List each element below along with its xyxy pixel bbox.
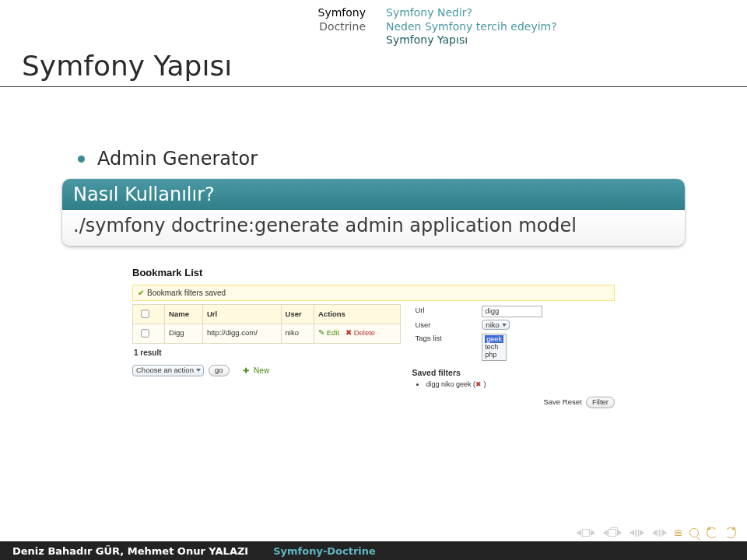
col-actions: Actions	[314, 305, 401, 324]
cell-user: niko	[281, 324, 314, 343]
result-count: 1 result	[132, 344, 401, 362]
nav-subsection[interactable]	[630, 530, 644, 537]
edit-link[interactable]: Edit	[327, 328, 339, 337]
subsection-column: Symfony Nedir? Neden Symfony tercih edey…	[386, 6, 557, 47]
filter-tags-label: Tags list	[412, 332, 479, 362]
tag-option[interactable]: tech	[485, 343, 498, 351]
slide-content: Admin Generator Nasıl Kullanılır? ./symf…	[62, 148, 685, 408]
section-column: Symfony Doctrine	[0, 6, 366, 47]
footer-authors: Deniz Bahadır GÜR, Mehmet Onur YALAZI	[0, 545, 261, 557]
nav-frame[interactable]	[603, 529, 622, 537]
example-body: ./symfony doctrine:generate admin applic…	[62, 210, 685, 246]
bullet-line: Admin Generator	[62, 148, 685, 170]
row-checkbox[interactable]	[141, 329, 149, 337]
col-name[interactable]: Name	[165, 305, 203, 324]
admin-heading: Bookmark List	[132, 266, 615, 280]
batch-actions: Choose an action go ✚ New	[132, 362, 401, 376]
tag-option-selected[interactable]: geek	[485, 335, 503, 343]
saved-filter-close: )	[482, 380, 486, 388]
admin-generator-screenshot: Bookmark List ✔ Bookmark filters saved N…	[132, 266, 615, 408]
admin-columns: Name Url User Actions Digg http://digg.c…	[132, 304, 615, 408]
search-icon[interactable]	[689, 528, 699, 537]
delete-link[interactable]: Delete	[354, 328, 375, 337]
delete-icon[interactable]: ✖	[345, 328, 352, 337]
back-icon[interactable]	[707, 527, 717, 538]
saved-filter-text: digg niko geek (	[426, 380, 475, 388]
cell-name: Digg	[165, 324, 203, 343]
filter-form: Url digg User niko Tags list geek	[412, 304, 615, 362]
example-title: Nasıl Kullanılır?	[62, 179, 685, 210]
list-column: Name Url User Actions Digg http://digg.c…	[132, 304, 401, 408]
filter-url-label: Url	[412, 304, 479, 319]
col-user[interactable]: User	[281, 305, 314, 324]
nav-slide[interactable]	[577, 529, 595, 537]
filter-column: Url digg User niko Tags list geek	[412, 304, 615, 408]
pencil-icon[interactable]: ✎	[318, 328, 324, 337]
cell-url[interactable]: http://digg.com/	[202, 324, 281, 343]
table-row: Digg http://digg.com/ niko ✎ Edit ✖ Dele…	[133, 324, 401, 343]
select-all-checkbox[interactable]	[141, 310, 149, 317]
filter-user-label: User	[412, 319, 479, 332]
filter-button[interactable]: Filter	[586, 397, 615, 408]
footer-title: Symfony-Doctrine	[261, 545, 388, 557]
subsection-link[interactable]: Symfony Nedir?	[386, 6, 557, 20]
save-link[interactable]: Save	[543, 397, 560, 406]
go-button[interactable]: go	[209, 365, 230, 376]
filter-url-input[interactable]: digg	[482, 306, 542, 317]
forward-icon[interactable]	[725, 527, 736, 538]
nav-appendix-icon[interactable]	[675, 530, 682, 536]
footer-bar: Deniz Bahadır GÜR, Mehmet Onur YALAZI Sy…	[0, 541, 747, 560]
tag-option[interactable]: php	[485, 351, 496, 359]
subsection-link[interactable]: Neden Symfony tercih edeyim?	[386, 20, 557, 34]
list-table: Name Url User Actions Digg http://digg.c…	[132, 304, 401, 344]
beamer-nav-symbols	[577, 527, 736, 538]
section-active[interactable]: Symfony	[0, 6, 366, 20]
saved-filters-heading: Saved filters	[412, 367, 615, 378]
nav-section[interactable]	[652, 530, 667, 537]
frame-title: Symfony Yapısı	[0, 45, 747, 87]
flash-message: ✔ Bookmark filters saved	[132, 285, 615, 302]
new-link[interactable]: New	[254, 366, 269, 376]
example-block: Nasıl Kullanılır? ./symfony doctrine:gen…	[62, 179, 685, 246]
batch-select[interactable]: Choose an action	[132, 365, 204, 376]
saved-filters-list: digg niko geek (✖ )	[412, 380, 615, 389]
section-inactive[interactable]: Doctrine	[0, 20, 366, 34]
filter-user-select[interactable]: niko	[482, 320, 509, 330]
slide: Symfony Doctrine Symfony Nedir? Neden Sy…	[0, 0, 747, 560]
check-icon: ✔	[138, 288, 144, 299]
col-checkbox	[133, 305, 165, 324]
saved-filter-item[interactable]: digg niko geek (✖ )	[426, 380, 615, 389]
flash-text: Bookmark filters saved	[147, 288, 226, 299]
reset-link[interactable]: Reset	[563, 397, 582, 406]
bullet-text: Admin Generator	[97, 148, 258, 170]
plus-icon[interactable]: ✚	[243, 366, 249, 376]
bullet-icon	[78, 156, 85, 163]
delete-icon[interactable]: ✖	[475, 380, 482, 388]
filter-buttons: Save Reset Filter	[412, 397, 615, 408]
col-url[interactable]: Url	[202, 305, 281, 324]
table-header-row: Name Url User Actions	[133, 305, 401, 324]
cell-actions: ✎ Edit ✖ Delete	[314, 324, 401, 343]
top-navigation: Symfony Doctrine Symfony Nedir? Neden Sy…	[0, 6, 747, 47]
filter-tags-select[interactable]: geek tech php	[482, 334, 507, 361]
